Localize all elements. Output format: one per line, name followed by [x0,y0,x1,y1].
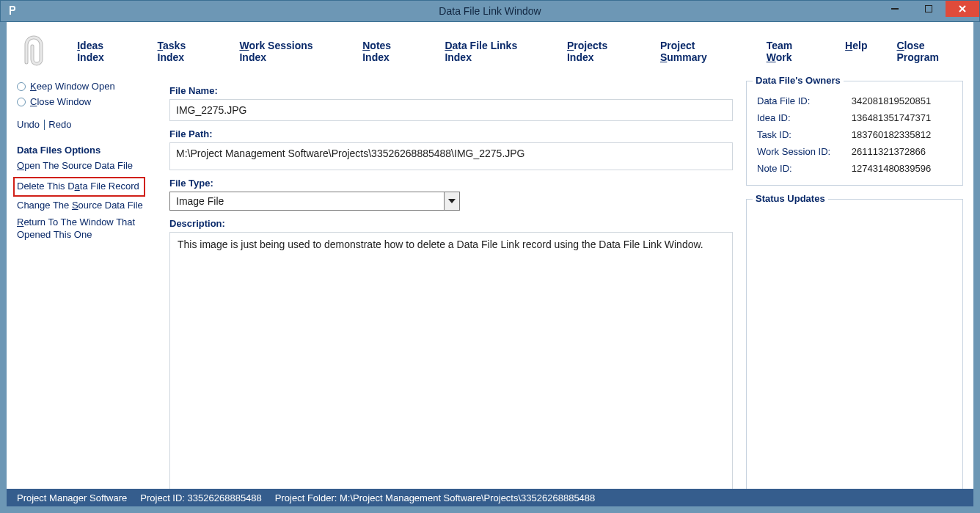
link-delete-this-data-file-record[interactable]: Delete This Data File Record [17,181,139,193]
owners-value: 136481351747371 [852,110,952,125]
statusbar-project-folder: Project Folder: M:\Project Management So… [275,492,595,503]
input-file-path[interactable]: M:\Project Management Software\Projects\… [169,142,733,170]
input-file-name[interactable]: IMG_2275.JPG [169,99,733,121]
radio-keep-window-open[interactable]: Keep Window Open [17,81,156,92]
legend-owners: Data File's Owners [753,75,844,86]
right-column: Data File's Owners Data File ID:34208181… [746,81,963,496]
undo-link[interactable]: Undo [17,119,40,130]
textarea-description[interactable]: This image is just being used to demonst… [169,232,733,496]
menu-close-program[interactable]: Close Program [896,40,963,63]
owners-table: Data File ID:342081819520851 Idea ID:136… [756,92,954,178]
owners-row: Task ID:183760182335812 [757,127,952,142]
owners-row: Work Session ID:26111321372866 [757,144,952,159]
select-file-type-value[interactable]: Image File [169,192,444,211]
select-file-type-dropdown-button[interactable] [444,192,460,211]
svg-rect-0 [891,8,899,10]
menubar: Ideas Index Tasks Index Work Sessions In… [7,22,973,81]
statusbar: Project Manager Software Project ID: 335… [7,489,973,506]
owners-label: Task ID: [757,127,850,142]
menu-ideas-index[interactable]: Ideas Index [77,40,128,63]
owners-label: Note ID: [757,161,850,176]
owners-row: Data File ID:342081819520851 [757,93,952,109]
titlebar: Data File Link Window [0,0,980,22]
center-form: File Name: IMG_2275.JPG File Path: M:\Pr… [169,81,733,496]
link-change-source-data-file[interactable]: Change The Source Data File [17,200,156,212]
menu-help[interactable]: Help [845,40,867,63]
window-title: Data File Link Window [439,5,541,17]
menu-data-file-links-index[interactable]: Data File Links Index [445,40,538,63]
owners-value: 127431480839596 [852,161,952,176]
owners-value: 26111321372866 [852,144,952,159]
owners-label: Work Session ID: [757,144,850,159]
statusbar-project-id: Project ID: 33526268885488 [140,492,262,503]
owners-value: 183760182335812 [852,127,952,142]
svg-rect-1 [925,5,932,12]
link-return-to-previous-window[interactable]: Return To The Window That Opened This On… [17,217,156,241]
select-file-type[interactable]: Image File [169,192,460,211]
groupbox-owners: Data File's Owners Data File ID:34208181… [746,81,963,186]
owners-row: Note ID:127431480839596 [757,161,952,176]
statusbar-app-name: Project Manager Software [17,492,127,503]
label-file-name: File Name: [169,85,733,96]
groupbox-status-updates: Status Updates [746,199,963,496]
menu-work-sessions-index[interactable]: Work Sessions Index [239,40,333,63]
menu-tasks-index[interactable]: Tasks Index [158,40,211,63]
redo-link[interactable]: Redo [48,119,71,130]
legend-status-updates: Status Updates [753,193,828,204]
undo-redo-separator [44,120,45,130]
body: Keep Window Open Close Window Undo Redo … [7,81,973,506]
label-file-path: File Path: [169,128,733,139]
owners-row: Idea ID:136481351747371 [757,110,952,125]
highlight-delete-record: Delete This Data File Record [13,177,145,197]
sidebar: Keep Window Open Close Window Undo Redo … [17,81,156,496]
minimize-button[interactable] [878,1,912,17]
logo-paperclip-icon [17,29,58,73]
menu-team-work[interactable]: Team Work [767,40,816,63]
maximize-button[interactable] [912,1,946,17]
owners-value: 342081819520851 [852,93,952,109]
link-open-source-data-file[interactable]: Open The Source Data File [17,160,156,172]
menu-notes-index[interactable]: Notes Index [362,40,415,63]
radio-close-window[interactable]: Close Window [17,96,156,107]
owners-label: Data File ID: [757,93,850,109]
close-button[interactable] [946,1,979,17]
menu-projects-index[interactable]: Projects Index [567,40,631,63]
label-description: Description: [169,218,733,229]
owners-label: Idea ID: [757,110,850,125]
app-icon [7,4,18,18]
label-file-type: File Type: [169,178,733,189]
menu-project-summary[interactable]: Project Summary [660,40,737,63]
app-frame: Ideas Index Tasks Index Work Sessions In… [7,22,973,506]
sidebar-section-data-files-options: Data Files Options [17,145,156,156]
